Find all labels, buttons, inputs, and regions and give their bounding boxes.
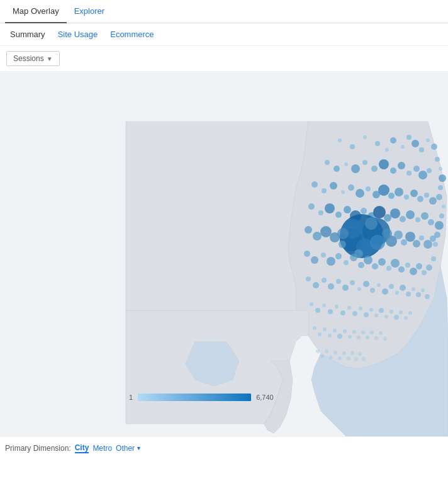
svg-point-143	[379, 308, 384, 313]
svg-point-52	[308, 203, 315, 210]
svg-point-149	[408, 311, 412, 315]
svg-point-17	[436, 194, 442, 200]
svg-point-105	[405, 263, 410, 268]
map-legend: 1 6,740	[129, 394, 274, 401]
toolbar: Sessions ▼	[0, 46, 448, 71]
dimension-metro-link[interactable]: Metro	[92, 444, 112, 453]
sessions-dropdown-button[interactable]: Sessions ▼	[6, 51, 60, 66]
tab-map-overlay[interactable]: Map Overlay	[5, 0, 67, 23]
svg-point-39	[341, 190, 345, 194]
svg-point-164	[379, 331, 383, 335]
svg-point-158	[352, 330, 356, 334]
svg-point-111	[306, 276, 311, 281]
svg-point-66	[421, 212, 428, 220]
svg-point-137	[347, 306, 351, 310]
svg-point-20	[435, 221, 444, 230]
svg-point-148	[404, 316, 408, 320]
svg-point-122	[382, 288, 388, 295]
svg-point-29	[379, 159, 389, 169]
svg-point-79	[313, 232, 322, 241]
dimension-city-link[interactable]: City	[75, 443, 89, 453]
svg-point-98	[358, 262, 364, 268]
svg-point-82	[339, 241, 346, 248]
svg-point-104	[398, 266, 405, 273]
svg-point-35	[427, 168, 432, 173]
svg-point-126	[406, 292, 411, 297]
svg-point-99	[364, 256, 372, 264]
svg-point-159	[357, 336, 361, 339]
primary-dimension-label: Primary Dimension:	[5, 444, 71, 453]
svg-point-163	[374, 336, 378, 340]
svg-point-24	[333, 166, 340, 172]
svg-point-3	[363, 135, 367, 139]
svg-point-174	[350, 351, 354, 355]
svg-point-88	[419, 235, 424, 241]
svg-point-27	[362, 160, 367, 165]
svg-point-53	[318, 210, 323, 215]
svg-point-154	[333, 329, 337, 332]
svg-point-156	[343, 329, 347, 333]
svg-point-136	[340, 310, 345, 315]
svg-point-129	[421, 288, 425, 292]
svg-point-86	[405, 232, 415, 242]
svg-point-41	[356, 189, 364, 198]
svg-point-37	[322, 188, 327, 193]
svg-point-48	[410, 190, 418, 197]
svg-point-131	[310, 302, 313, 306]
svg-point-89	[423, 240, 432, 249]
svg-point-176	[358, 352, 362, 356]
svg-point-117	[350, 280, 355, 285]
svg-point-14	[439, 167, 442, 171]
svg-point-107	[416, 263, 422, 269]
svg-point-168	[325, 349, 328, 353]
svg-point-116	[342, 285, 349, 291]
svg-point-172	[342, 351, 346, 355]
svg-point-175	[354, 357, 358, 361]
subtab-summary[interactable]: Summary	[5, 27, 50, 42]
svg-point-44	[378, 184, 389, 196]
subtab-ecommerce[interactable]: Ecommerce	[105, 27, 159, 42]
svg-point-167	[320, 354, 324, 358]
dimension-other-dropdown[interactable]: Other ▼	[116, 444, 142, 453]
svg-point-130	[425, 294, 430, 299]
svg-point-155	[337, 334, 342, 339]
svg-point-146	[394, 315, 399, 320]
svg-point-114	[328, 283, 334, 290]
svg-point-169	[329, 356, 333, 360]
svg-point-113	[322, 278, 327, 283]
svg-point-10	[419, 147, 424, 152]
svg-point-141	[369, 308, 373, 312]
svg-point-108	[422, 270, 427, 275]
svg-point-157	[348, 335, 352, 339]
svg-point-132	[315, 308, 320, 313]
svg-point-34	[418, 171, 427, 179]
svg-point-51	[429, 197, 437, 205]
svg-point-30	[390, 167, 396, 174]
svg-point-92	[311, 256, 318, 264]
svg-point-125	[400, 285, 406, 291]
svg-point-46	[395, 188, 403, 196]
svg-point-140	[364, 312, 369, 317]
tab-explorer[interactable]: Explorer	[67, 0, 112, 23]
legend-min-value: 1	[129, 394, 133, 401]
svg-point-6	[390, 137, 396, 144]
svg-point-115	[336, 279, 341, 284]
svg-point-133	[322, 303, 326, 307]
svg-point-8	[406, 135, 412, 140]
svg-point-139	[359, 307, 362, 310]
svg-point-166	[316, 349, 320, 353]
bottom-bar: Primary Dimension: City Metro Other ▼	[0, 436, 448, 460]
svg-point-22	[433, 242, 438, 247]
svg-point-96	[344, 260, 349, 265]
svg-point-177	[362, 357, 366, 361]
subtab-site-usage[interactable]: Site Usage	[53, 27, 103, 42]
map-container: 1 6,740	[0, 71, 448, 436]
sessions-label: Sessions	[13, 54, 44, 63]
svg-point-94	[327, 257, 335, 266]
svg-point-128	[416, 292, 421, 297]
svg-point-38	[330, 182, 337, 190]
svg-point-161	[366, 336, 369, 339]
svg-point-90	[430, 235, 436, 242]
svg-point-173	[347, 356, 350, 360]
svg-point-73	[370, 235, 385, 250]
